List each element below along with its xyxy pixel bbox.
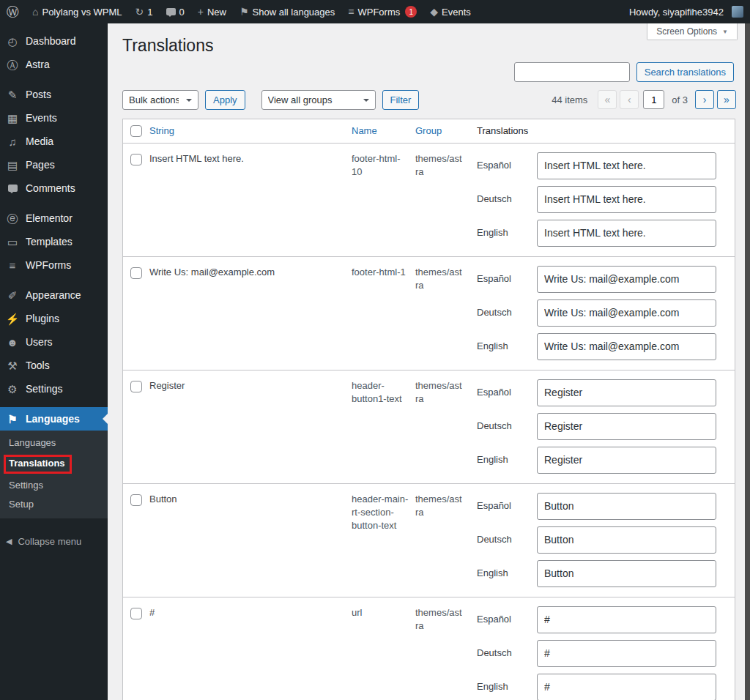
translation-input[interactable]	[537, 526, 716, 554]
language-label: Deutsch	[477, 420, 537, 433]
sidebar-item-events[interactable]: ▦Events	[0, 106, 108, 130]
sidebar-item-media[interactable]: ♫Media	[0, 130, 108, 153]
table-row: Write Us: mail@example.com footer-html-1…	[123, 257, 735, 371]
sort-group-header[interactable]: Group	[415, 125, 442, 136]
site-name-menu[interactable]: ⌂ Polylang vs WPML	[26, 0, 129, 23]
sidebar-item-tools[interactable]: ⚒Tools	[0, 354, 108, 377]
total-pages-label: of 3	[672, 94, 688, 105]
submenu-item-settings[interactable]: Settings	[0, 476, 108, 495]
wordpress-logo-icon: Ⓦ	[7, 6, 19, 18]
translations-cell: EspañolDeutschEnglish	[477, 266, 735, 360]
translation-input[interactable]	[537, 493, 716, 520]
submenu-item-translations[interactable]: Translations	[0, 453, 108, 475]
group-cell: themes/astra	[415, 379, 477, 474]
updates-menu[interactable]: ↻ 1	[129, 0, 160, 23]
search-translations-button[interactable]: Search translations	[636, 62, 734, 82]
translation-field-row: Deutsch	[477, 640, 729, 667]
events-icon: ◆	[430, 7, 438, 17]
current-page-input[interactable]	[643, 90, 664, 109]
bulk-actions-select[interactable]: Bulk actions	[122, 90, 198, 110]
submenu-item-languages[interactable]: Languages	[0, 433, 108, 453]
comments-menu[interactable]: 0	[160, 0, 191, 23]
translation-field-row: Español	[477, 493, 729, 520]
translation-input[interactable]	[537, 447, 716, 474]
translation-input[interactable]	[537, 266, 716, 293]
translation-field-row: Deutsch	[477, 413, 729, 440]
sidebar-item-elementor[interactable]: ⓔElementor	[0, 206, 108, 230]
new-content-menu[interactable]: + New	[191, 0, 233, 23]
bulk-actions-wrap: Bulk actions	[122, 90, 198, 110]
plugins-icon: ⚡	[6, 313, 19, 324]
sidebar-item-label: Comments	[26, 182, 75, 194]
sidebar-item-appearance[interactable]: ✐Appearance	[0, 283, 108, 307]
translation-input[interactable]	[537, 152, 716, 179]
row-checkbox[interactable]	[130, 154, 142, 165]
events-menu[interactable]: ◆ Events	[423, 0, 478, 23]
translation-input[interactable]	[537, 379, 716, 406]
sidebar-item-plugins[interactable]: ⚡Plugins	[0, 307, 108, 330]
sidebar-item-templates[interactable]: ▭Templates	[0, 230, 108, 253]
translation-field-row: Deutsch	[477, 186, 729, 213]
apply-button[interactable]: Apply	[205, 90, 245, 110]
collapse-menu-button[interactable]: ◀ Collapse menu	[0, 530, 108, 553]
translation-input[interactable]	[537, 674, 716, 700]
translation-field-row: English	[477, 674, 729, 700]
translation-input[interactable]	[537, 640, 716, 667]
language-label: English	[477, 453, 537, 466]
screen-options-button[interactable]: Screen Options ▼	[647, 23, 738, 40]
row-checkbox[interactable]	[130, 608, 142, 619]
sidebar-item-comments[interactable]: Comments	[0, 176, 108, 200]
sidebar-item-label: Dashboard	[26, 35, 76, 47]
translation-input[interactable]	[537, 413, 716, 440]
select-all-checkbox[interactable]	[130, 125, 142, 137]
row-checkbox[interactable]	[130, 494, 142, 506]
sidebar-item-posts[interactable]: ✎Posts	[0, 83, 108, 106]
submenu-item-setup[interactable]: Setup	[0, 495, 108, 514]
filter-button[interactable]: Filter	[382, 90, 420, 110]
row-checkbox[interactable]	[130, 267, 142, 279]
my-account-menu[interactable]: Howdy, siyapifihe3942	[623, 0, 750, 23]
sort-string-header[interactable]: String	[149, 125, 174, 136]
avatar	[732, 6, 743, 18]
sidebar-item-users[interactable]: ☻Users	[0, 330, 108, 354]
translation-input[interactable]	[537, 299, 716, 327]
sort-name-header[interactable]: Name	[352, 125, 377, 136]
translation-input[interactable]	[537, 560, 716, 587]
language-label: Español	[477, 613, 537, 626]
sidebar-item-label: Settings	[26, 383, 63, 395]
translation-input[interactable]	[537, 186, 716, 213]
sidebar-item-label: Events	[26, 112, 57, 124]
sidebar-item-wpforms[interactable]: ≡WPForms	[0, 253, 108, 277]
wp-logo-menu[interactable]: Ⓦ	[0, 0, 26, 23]
translations-header: Translations	[477, 124, 735, 138]
dashboard-icon: ◴	[6, 36, 19, 47]
sidebar-item-label: Pages	[26, 159, 55, 171]
vertical-scrollbar[interactable]	[745, 23, 750, 700]
translation-input[interactable]	[537, 606, 716, 633]
wpforms-menu[interactable]: ≡ WPForms 1	[341, 0, 423, 23]
posts-icon: ✎	[6, 89, 19, 100]
next-page-button[interactable]: ›	[695, 90, 714, 109]
row-checkbox[interactable]	[130, 381, 142, 392]
groups-filter-wrap: View all groups	[261, 90, 376, 110]
sidebar-item-dashboard[interactable]: ◴Dashboard	[0, 29, 108, 53]
prev-page-button[interactable]: ‹	[620, 90, 639, 109]
show-all-languages-menu[interactable]: ⚑ Show all languages	[233, 0, 341, 23]
group-cell: themes/astra	[415, 266, 477, 360]
sidebar-item-astra[interactable]: ⒶAstra	[0, 53, 108, 76]
table-body: Insert HTML text here. footer-html-10 th…	[123, 144, 735, 700]
sidebar-item-settings[interactable]: ⚙Settings	[0, 377, 108, 401]
sidebar-item-pages[interactable]: ▤Pages	[0, 153, 108, 176]
search-input[interactable]	[514, 62, 630, 82]
translation-input[interactable]	[537, 333, 716, 360]
translation-input[interactable]	[537, 220, 716, 247]
menu-separator	[0, 200, 108, 206]
sidebar-item-languages[interactable]: ⚑Languages	[0, 407, 108, 431]
groups-filter-select[interactable]: View all groups	[261, 90, 376, 110]
first-page-button[interactable]: «	[598, 90, 617, 109]
translation-field-row: English	[477, 220, 729, 247]
screen-options-label: Screen Options	[656, 26, 717, 37]
last-page-button[interactable]: »	[717, 90, 736, 109]
language-label: Deutsch	[477, 193, 537, 206]
admin-bar-right: Howdy, siyapifihe3942	[623, 0, 750, 23]
